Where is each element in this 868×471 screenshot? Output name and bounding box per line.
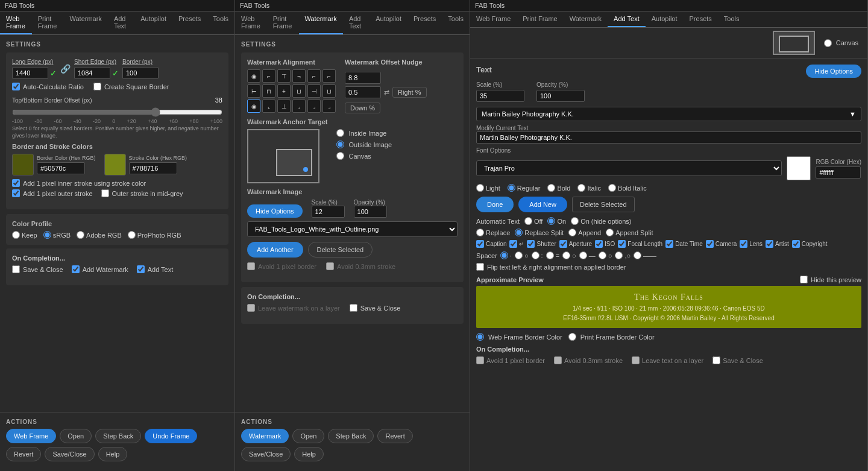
artist-checkbox[interactable] xyxy=(766,240,773,248)
aperture-checkbox[interactable] xyxy=(559,240,567,248)
caption-checkbox[interactable] xyxy=(476,240,484,248)
border-input[interactable] xyxy=(122,67,159,79)
long-edge-input[interactable] xyxy=(12,67,48,79)
align-mr1[interactable]: ⊔ xyxy=(292,84,306,98)
outside-image-label[interactable]: Outside Image xyxy=(336,141,392,148)
down-pct-button[interactable]: Down % xyxy=(345,103,380,113)
keep-radio-label[interactable]: Keep xyxy=(12,231,37,239)
mid-tab-tools[interactable]: Tools xyxy=(442,11,470,34)
prophoto-radio[interactable] xyxy=(128,231,136,239)
text-preset-dropdown[interactable]: Martin Bailey Photography K.K. ▼ xyxy=(476,107,861,121)
step-back-button-mid[interactable]: Step Back xyxy=(328,429,374,443)
step-back-button-left[interactable]: Step Back xyxy=(95,429,141,443)
spacer-dot-label[interactable]: · xyxy=(500,251,512,259)
modify-current-input[interactable] xyxy=(476,131,861,144)
add-another-button[interactable]: Add Another xyxy=(247,242,303,258)
align-tr2[interactable]: ⌐ xyxy=(322,69,336,83)
spacer-circle-label[interactable]: ○ xyxy=(515,251,529,259)
align-bc1[interactable]: ⌞ xyxy=(262,100,275,113)
spacer-dash-label[interactable]: — xyxy=(579,251,596,259)
leave-wm-checkbox[interactable] xyxy=(247,304,255,312)
spacer-colon-radio[interactable] xyxy=(532,251,539,259)
offset-slider[interactable] xyxy=(12,107,222,117)
keep-radio[interactable] xyxy=(12,231,20,239)
auto-off-label[interactable]: Off xyxy=(524,217,542,225)
right-tab-addtext[interactable]: Add Text xyxy=(608,11,646,27)
right-tab-tools[interactable]: Tools xyxy=(718,11,746,27)
nudge-right-input[interactable] xyxy=(345,86,381,98)
add-new-button[interactable]: Add New xyxy=(518,197,567,212)
save-close-button-left[interactable]: Save/Close xyxy=(45,447,94,461)
adobe-rgb-radio-label[interactable]: Adobe RGB xyxy=(77,231,122,239)
lens-checkbox[interactable] xyxy=(740,240,747,248)
web-frame-button[interactable]: Web Frame xyxy=(6,429,56,443)
spacer-equals-label[interactable]: = xyxy=(546,251,559,259)
right-tab-webframe[interactable]: Web Frame xyxy=(470,11,517,27)
align-br2[interactable]: ⌟ xyxy=(307,100,321,113)
bold-italic-radio-label[interactable]: Bold Italic xyxy=(608,184,647,192)
delete-selected-mid-button[interactable]: Delete Selected xyxy=(308,242,373,258)
rgb-color-input[interactable] xyxy=(816,166,861,179)
right-tab-autopilot[interactable]: Autopilot xyxy=(646,11,684,27)
nudge-value-input[interactable] xyxy=(345,72,381,84)
align-tl[interactable]: ◉ xyxy=(247,69,260,83)
short-edge-input[interactable] xyxy=(74,67,110,79)
mid-tab-autopilot[interactable]: Autopilot xyxy=(370,11,407,34)
bold-radio[interactable] xyxy=(547,184,555,192)
canvas-radio-right-label[interactable]: Canvas xyxy=(824,31,858,55)
iso-checkbox[interactable] xyxy=(595,240,603,248)
left-tab-webframe[interactable]: Web Frame xyxy=(0,11,32,34)
srgb-radio-label[interactable]: sRGB xyxy=(43,231,71,239)
regular-radio-label[interactable]: Regular xyxy=(508,184,541,192)
avoid-03mm-right-checkbox[interactable] xyxy=(554,356,562,364)
scale-input-right[interactable] xyxy=(476,90,524,102)
spacer-comma-label[interactable]: ,○ xyxy=(615,251,631,259)
align-ml1[interactable]: ⊢ xyxy=(247,84,260,98)
left-tab-autopilot[interactable]: Autopilot xyxy=(134,11,172,34)
spacer-dashes-label[interactable]: —— xyxy=(634,251,656,259)
print-border-color-label[interactable]: Print Frame Border Color xyxy=(568,333,655,341)
auto-hide-label[interactable]: On (hide options) xyxy=(571,217,631,225)
font-select[interactable]: Trajan Pro xyxy=(476,160,782,176)
auto-on-label[interactable]: On xyxy=(547,217,566,225)
srgb-radio[interactable] xyxy=(43,231,51,239)
align-br3[interactable]: ⌟ xyxy=(322,100,336,113)
save-close-checkbox[interactable] xyxy=(12,265,20,273)
spacer-dot-radio[interactable] xyxy=(500,251,508,259)
bold-radio-label[interactable]: Bold xyxy=(547,184,570,192)
mid-tab-presets[interactable]: Presets xyxy=(407,11,442,34)
done-button[interactable]: Done xyxy=(476,197,514,212)
mid-tab-printframe[interactable]: Print Frame xyxy=(267,11,299,34)
spacer-circle2-label[interactable]: ○ xyxy=(562,251,576,259)
stroke-color-input[interactable] xyxy=(129,162,177,174)
spacer-dashes-radio[interactable] xyxy=(634,251,641,259)
replace-split-label[interactable]: Replace Split xyxy=(515,229,564,236)
right-tab-presets[interactable]: Presets xyxy=(684,11,718,27)
spacer-colon-label[interactable]: : xyxy=(532,251,543,259)
right-pct-button[interactable]: Right % xyxy=(392,87,427,98)
prophoto-radio-label[interactable]: ProPhoto RGB xyxy=(128,231,181,239)
save-close-mid-checkbox[interactable] xyxy=(350,304,357,312)
spacer-circle3-label[interactable]: ○ xyxy=(599,251,612,259)
save-close-right-checkbox[interactable] xyxy=(712,356,720,364)
align-tc3[interactable]: ¬ xyxy=(292,69,306,83)
align-mr3[interactable]: ⊔ xyxy=(322,84,336,98)
right-tab-printframe[interactable]: Print Frame xyxy=(517,11,563,27)
datetime-checkbox[interactable] xyxy=(665,240,673,248)
camera-checkbox[interactable] xyxy=(706,240,714,248)
left-tab-printframe[interactable]: Print Frame xyxy=(32,11,64,34)
print-border-radio[interactable] xyxy=(568,333,576,341)
spacer-comma-radio[interactable] xyxy=(615,251,623,259)
outside-image-radio[interactable] xyxy=(336,141,344,148)
align-ml2[interactable]: ⊓ xyxy=(262,84,275,98)
spacer-equals-radio[interactable] xyxy=(546,251,554,259)
append-split-label[interactable]: Append Split xyxy=(606,229,653,236)
open-button-left[interactable]: Open xyxy=(60,429,92,443)
left-tab-tools[interactable]: Tools xyxy=(207,11,234,34)
border-color-swatch[interactable] xyxy=(12,154,34,175)
delete-selected-right-button[interactable]: Delete Selected xyxy=(572,197,635,212)
mid-tab-webframe[interactable]: Web Frame xyxy=(235,11,267,34)
border-color-input[interactable] xyxy=(37,162,85,174)
copyright-checkbox[interactable] xyxy=(792,240,800,248)
align-br1[interactable]: ⌟ xyxy=(292,100,306,113)
